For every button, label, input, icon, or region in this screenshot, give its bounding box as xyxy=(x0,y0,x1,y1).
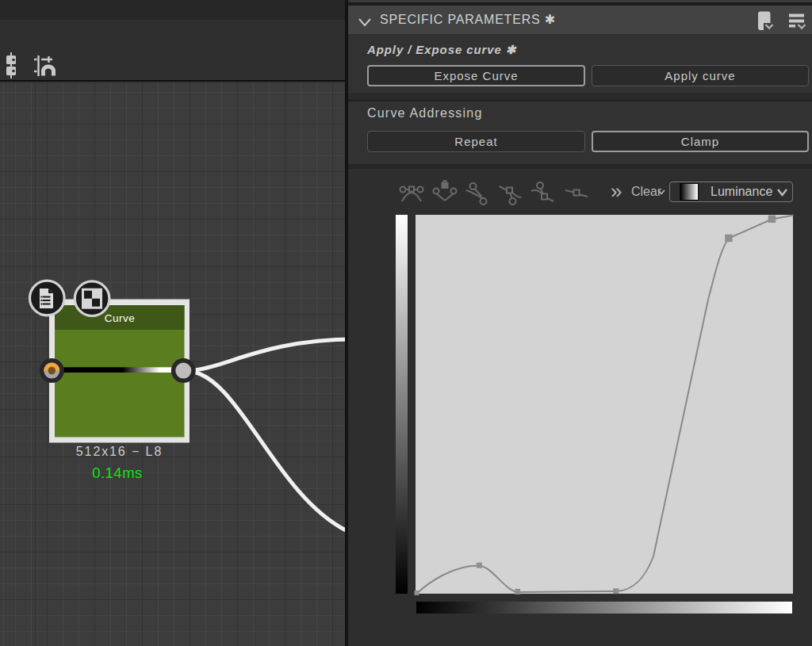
svg-text:512x16 − L8: 512x16 − L8 xyxy=(76,445,163,458)
svg-text:0.14ms: 0.14ms xyxy=(92,464,143,481)
svg-text:Curve: Curve xyxy=(105,312,136,324)
